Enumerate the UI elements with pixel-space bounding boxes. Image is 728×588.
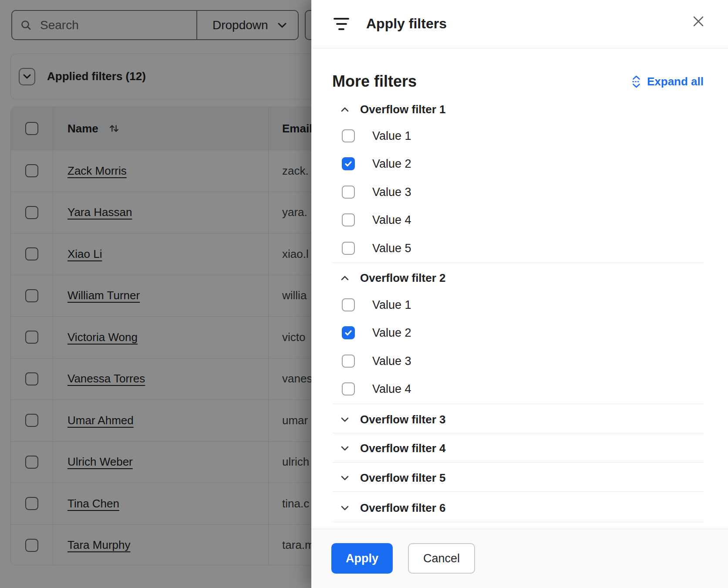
unfold-icon <box>631 75 642 88</box>
filter-section-label: Overflow filter 1 <box>360 103 446 116</box>
checkbox-label: Value 3 <box>372 355 411 368</box>
drawer-header: Apply filters <box>311 0 728 48</box>
expand-all-link[interactable]: Expand all <box>631 75 704 88</box>
filter-section-header[interactable]: Overflow filter 3 <box>332 411 704 428</box>
check-icon <box>344 159 353 168</box>
checkbox-label: Value 4 <box>372 382 411 396</box>
checkbox-label: Value 1 <box>372 298 411 312</box>
filter-section-label: Overflow filter 2 <box>360 271 446 285</box>
filter-value-row: Value 3 <box>332 347 704 375</box>
section-divider <box>332 522 704 522</box>
filter-value-row: Value 2 <box>332 319 704 347</box>
more-filters-heading: More filters <box>332 72 417 91</box>
close-icon <box>693 16 704 27</box>
filter-value-row: Value 4 <box>332 375 704 403</box>
chevron-up-icon <box>341 276 349 280</box>
checkbox-label: Value 3 <box>372 186 411 199</box>
checkbox-label: Value 5 <box>372 242 411 255</box>
checkbox-label: Value 2 <box>372 157 411 171</box>
cancel-button[interactable]: Cancel <box>408 543 475 574</box>
apply-button[interactable]: Apply <box>331 543 393 574</box>
apply-filters-drawer: Apply filters More filters Expand all <box>311 0 728 588</box>
filter-value-row: Value 1 <box>332 122 704 150</box>
drawer-title: Apply filters <box>366 16 447 32</box>
chevron-down-icon <box>341 417 349 422</box>
checkbox-label: Value 2 <box>372 326 411 340</box>
checkbox[interactable] <box>342 186 355 199</box>
checkbox-label: Value 4 <box>372 213 411 227</box>
checkbox[interactable] <box>342 129 355 142</box>
checkbox-checked[interactable] <box>342 157 355 170</box>
filter-section-header[interactable]: Overflow filter 4 <box>332 439 704 457</box>
checkbox[interactable] <box>342 242 355 255</box>
check-icon <box>344 328 353 337</box>
checkbox-checked[interactable] <box>342 326 355 339</box>
checkbox[interactable] <box>342 355 355 368</box>
chevron-up-icon <box>341 107 349 112</box>
section-divider <box>332 263 704 263</box>
chevron-down-icon <box>341 506 349 510</box>
filter-section-header[interactable]: Overflow filter 2 <box>332 269 704 287</box>
filter-value-row: Value 2 <box>332 150 704 178</box>
filter-value-row: Value 1 <box>332 291 704 319</box>
checkbox[interactable] <box>342 382 355 395</box>
expand-all-label: Expand all <box>647 75 704 88</box>
filter-section-header[interactable]: Overflow filter 6 <box>332 499 704 517</box>
filter-section-header[interactable]: Overflow filter 1 <box>332 101 704 118</box>
filter-section-label: Overflow filter 5 <box>360 471 446 485</box>
filter-value-row: Value 3 <box>332 178 704 206</box>
filter-value-row: Value 5 <box>332 234 704 262</box>
checkbox-label: Value 1 <box>372 129 411 143</box>
section-divider <box>332 491 704 492</box>
chevron-down-icon <box>341 476 349 480</box>
close-button[interactable] <box>693 16 704 27</box>
drawer-footer: Apply Cancel <box>311 529 728 588</box>
section-divider <box>332 433 704 433</box>
checkbox[interactable] <box>342 213 355 226</box>
filter-section-label: Overflow filter 4 <box>360 442 446 455</box>
filter-icon <box>334 18 349 30</box>
filter-section-label: Overflow filter 3 <box>360 413 446 426</box>
chevron-down-icon <box>341 446 349 451</box>
section-divider <box>332 462 704 463</box>
filter-value-row: Value 4 <box>332 206 704 234</box>
section-divider <box>332 404 704 404</box>
filter-section-header[interactable]: Overflow filter 5 <box>332 469 704 487</box>
checkbox[interactable] <box>342 298 355 311</box>
filter-section-label: Overflow filter 6 <box>360 501 446 515</box>
